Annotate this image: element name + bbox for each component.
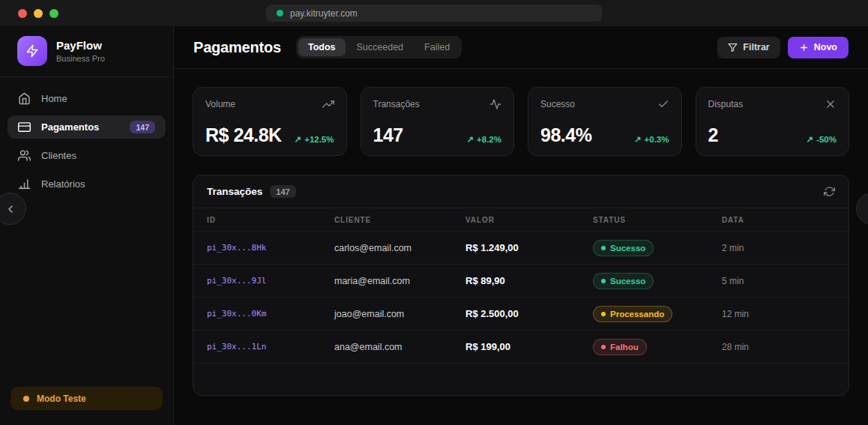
window-controls	[18, 9, 58, 18]
stat-label: Volume	[205, 99, 235, 109]
status-dot-icon	[601, 246, 606, 250]
transaction-amount: R$ 1.249,00	[465, 242, 593, 253]
status-badge: Falhou	[593, 339, 647, 355]
column-header-cliente: CLIENTE	[334, 216, 465, 224]
stat-label: Transações	[373, 99, 420, 109]
stat-label: Sucesso	[540, 99, 575, 109]
secure-connection-icon	[277, 10, 283, 16]
sidebar-item-label: Relatórios	[41, 178, 85, 190]
sidebar-item-label: Home	[41, 93, 67, 104]
sidebar: PayFlow Business Pro Home Pagamentos 147…	[0, 26, 174, 425]
stat-delta: ↗+12.5%	[295, 134, 334, 145]
transaction-time: 2 min	[722, 243, 835, 253]
transaction-time: 12 min	[722, 309, 835, 319]
transaction-amount: R$ 89,90	[465, 275, 593, 286]
main-content: Pagamentos Todos Succeeded Failed Filtra…	[174, 26, 868, 425]
transaction-client: carlos@email.com	[334, 243, 465, 253]
transaction-id: pi_30x...1Ln	[207, 342, 334, 352]
stat-value: 2	[708, 126, 718, 145]
url-text: pay.kitruyter.com	[290, 8, 358, 19]
plus-icon	[799, 43, 809, 52]
bar-chart-icon	[18, 178, 31, 190]
transactions-title: Transações	[207, 186, 262, 197]
transaction-client: maria@email.com	[334, 276, 465, 286]
sidebar-item-label: Pagamentos	[41, 121, 99, 133]
status-dot-icon	[601, 312, 606, 316]
tab-failed[interactable]: Failed	[415, 38, 459, 56]
transactions-count-badge: 147	[270, 185, 295, 198]
activity-icon	[489, 98, 501, 110]
brand: PayFlow Business Pro	[0, 26, 173, 77]
trending-up-icon	[322, 98, 334, 110]
stats-row: Volume R$ 24.8K ↗+12.5% Transações 147	[193, 87, 849, 156]
page-title: Pagamentos	[193, 39, 281, 56]
column-header-id: ID	[207, 216, 334, 224]
sidebar-item-clientes[interactable]: Clientes	[7, 144, 166, 167]
stat-card-volume: Volume R$ 24.8K ↗+12.5%	[193, 87, 347, 156]
users-icon	[18, 149, 31, 162]
transaction-time: 28 min	[722, 342, 835, 352]
stat-card-transacoes: Transações 147 ↗+8.2%	[361, 87, 515, 156]
stat-label: Disputas	[708, 99, 744, 109]
stat-delta: ↗-50%	[807, 134, 837, 145]
table-row[interactable]: pi_30x...8Hk carlos@email.com R$ 1.249,0…	[193, 231, 849, 264]
table-header-row: ID CLIENTE VALOR STATUS DATA	[193, 208, 849, 231]
column-header-data: DATA	[722, 216, 835, 224]
stat-value: 98.4%	[540, 126, 591, 145]
column-header-status: STATUS	[593, 216, 722, 224]
transaction-client: joao@email.com	[334, 309, 465, 319]
status-dot-icon	[601, 345, 606, 349]
transaction-id: pi_30x...0Km	[207, 309, 334, 319]
test-mode-banner: Modo Teste	[10, 387, 163, 410]
status-dot-icon	[601, 279, 606, 283]
sidebar-nav: Home Pagamentos 147 Clientes Relatórios	[0, 77, 173, 205]
x-icon	[825, 98, 837, 110]
pagamentos-count-badge: 147	[130, 121, 155, 133]
sidebar-item-label: Clientes	[41, 150, 76, 161]
transaction-id: pi_30x...9Jl	[207, 276, 334, 286]
transaction-amount: R$ 2.500,00	[465, 308, 593, 319]
table-footer-space	[193, 363, 849, 395]
trend-arrow-icon: ↗	[295, 134, 302, 145]
tab-succeeded[interactable]: Succeeded	[347, 38, 414, 56]
new-payment-button[interactable]: Novo	[788, 37, 849, 58]
brand-name: PayFlow	[56, 39, 105, 52]
column-header-valor: VALOR	[465, 216, 593, 224]
stat-value: 147	[373, 126, 403, 145]
table-row[interactable]: pi_30x...9Jl maria@email.com R$ 89,90 Su…	[193, 264, 849, 297]
brand-subtitle: Business Pro	[56, 54, 105, 63]
home-icon	[18, 92, 31, 105]
transaction-amount: R$ 199,00	[465, 341, 593, 352]
funnel-icon	[728, 43, 738, 52]
sidebar-item-home[interactable]: Home	[7, 87, 166, 110]
transaction-client: ana@email.com	[334, 342, 465, 352]
table-row[interactable]: pi_30x...1Ln ana@email.com R$ 199,00 Fal…	[193, 330, 849, 363]
transaction-time: 5 min	[722, 276, 835, 286]
chevron-left-icon	[4, 203, 16, 215]
payflow-logo	[17, 36, 47, 66]
filter-button[interactable]: Filtrar	[717, 37, 780, 58]
test-mode-label: Modo Teste	[37, 394, 86, 404]
minimize-window-button[interactable]	[34, 9, 43, 18]
table-row[interactable]: pi_30x...0Km joao@email.com R$ 2.500,00 …	[193, 297, 849, 330]
page-header: Pagamentos Todos Succeeded Failed Filtra…	[174, 26, 868, 69]
address-bar[interactable]: pay.kitruyter.com	[266, 4, 602, 22]
stat-delta: ↗+0.3%	[634, 134, 669, 145]
filter-tabs: Todos Succeeded Failed	[296, 36, 462, 58]
sidebar-item-relatorios[interactable]: Relatórios	[7, 172, 166, 196]
transaction-id: pi_30x...8Hk	[207, 243, 334, 253]
trend-arrow-icon: ↗	[807, 134, 814, 145]
refresh-button[interactable]	[824, 186, 835, 197]
close-window-button[interactable]	[18, 9, 27, 18]
browser-titlebar: pay.kitruyter.com	[0, 0, 868, 26]
test-mode-dot-icon	[23, 396, 29, 402]
stat-card-disputas: Disputas 2 ↗-50%	[696, 87, 850, 156]
transactions-card: Transações 147 ID CLIENTE VALOR STATUS D…	[193, 175, 849, 396]
stat-delta: ↗+8.2%	[466, 134, 501, 145]
sidebar-item-pagamentos[interactable]: Pagamentos 147	[7, 115, 166, 139]
check-icon	[657, 98, 669, 110]
maximize-window-button[interactable]	[49, 9, 58, 18]
tab-todos[interactable]: Todos	[298, 38, 346, 56]
trend-arrow-icon: ↗	[466, 134, 474, 145]
credit-card-icon	[18, 121, 31, 133]
